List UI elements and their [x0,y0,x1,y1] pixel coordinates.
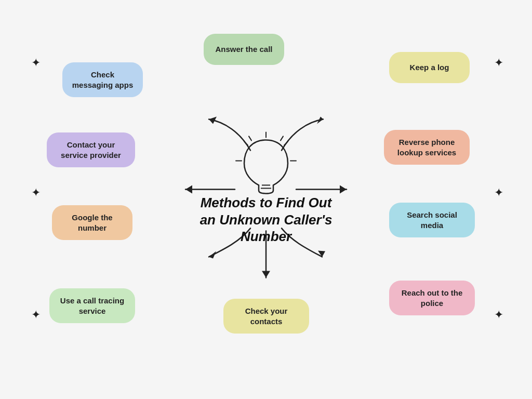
bubble-contact-service: Contact your service provider [47,132,135,167]
bubble-search-social: Search social media [389,203,475,237]
svg-marker-10 [317,116,323,124]
main-container: ✦ ✦ ✦ ✦ ✦ ✦ Answer the call Keep a log C… [0,0,532,399]
lightbulb-icon [236,132,296,193]
sparkle-4: ✦ [494,57,503,69]
bubble-answer: Answer the call [204,34,284,65]
bubble-call-trace: Use a call tracing service [49,288,135,323]
sparkle-6: ✦ [494,309,503,321]
svg-line-5 [244,141,248,145]
svg-line-3 [284,141,288,145]
sparkle-5: ✦ [494,187,503,198]
sparkle-3: ✦ [31,309,41,321]
sparkle-1: ✦ [31,57,41,69]
svg-marker-9 [209,116,217,124]
svg-line-7 [281,136,283,140]
sparkle-2: ✦ [31,187,41,198]
svg-line-8 [249,136,251,140]
svg-marker-12 [340,185,347,193]
bubble-check-contacts: Check your contacts [223,299,309,334]
svg-marker-14 [262,271,270,277]
bubble-check-messaging: Check messaging apps [62,62,143,97]
bubble-reverse-phone: Reverse phone lookup services [384,130,470,165]
bubble-google-number: Google the number [52,205,132,240]
bubble-keep-log: Keep a log [389,52,470,83]
center-title: Methods to Find Out an Unknown Caller's … [197,194,335,245]
svg-marker-15 [318,250,325,257]
svg-marker-11 [185,185,192,193]
bubble-reach-police: Reach out to the police [389,281,475,315]
svg-marker-13 [209,251,216,258]
